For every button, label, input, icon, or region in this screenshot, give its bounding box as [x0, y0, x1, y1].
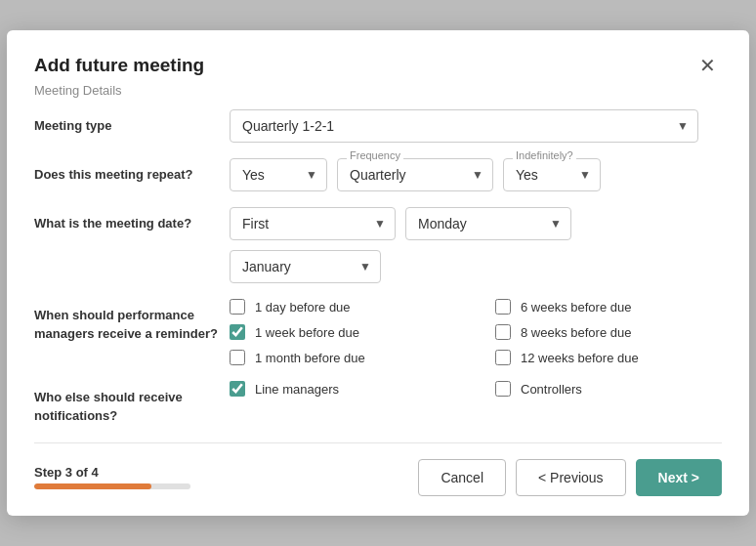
reminder-1week-checkbox[interactable]	[230, 324, 245, 340]
notification-line-managers-checkbox[interactable]	[230, 381, 245, 397]
footer-buttons: Cancel < Previous Next >	[418, 459, 722, 496]
notifications-grid: Line managers Controllers	[230, 381, 722, 397]
meeting-type-select[interactable]: Quarterly 1-2-1 Annual Review Monthly Ch…	[230, 109, 698, 143]
reminder-1week: 1 week before due	[230, 324, 456, 340]
reminder-6weeks-label: 6 weeks before due	[521, 300, 631, 315]
repeat-yesno-wrapper: Yes No ▼	[230, 158, 327, 191]
repeat-label: Does this meeting repeat?	[34, 158, 230, 186]
indefinitely-field-label: Indefinitely?	[513, 149, 576, 161]
reminder-1day-checkbox[interactable]	[230, 299, 245, 315]
reminder-8weeks: 8 weeks before due	[495, 324, 722, 340]
step-total: 4	[92, 465, 99, 480]
reminder-8weeks-checkbox[interactable]	[495, 324, 511, 340]
reminder-1month: 1 month before due	[230, 350, 456, 365]
reminder-1day-label: 1 day before due	[255, 300, 351, 315]
reminder-1week-label: 1 week before due	[255, 325, 359, 340]
reminder-12weeks: 12 weeks before due	[495, 350, 722, 365]
indefinitely-select[interactable]: Yes No	[503, 158, 601, 191]
modal-footer: Step 3 of 4 Cancel < Previous Next >	[34, 459, 722, 496]
day-wrapper: Monday Tuesday Wednesday Thursday Friday…	[405, 207, 571, 240]
modal-title: Add future meeting	[34, 55, 204, 76]
notification-controllers-label: Controllers	[521, 382, 582, 397]
step-current: 3	[65, 465, 72, 480]
day-select[interactable]: Monday Tuesday Wednesday Thursday Friday	[405, 207, 571, 240]
reminders-controls: 1 day before due 6 weeks before due 1 we…	[230, 299, 722, 365]
notification-controllers: Controllers	[495, 381, 722, 397]
reminder-6weeks: 6 weeks before due	[495, 299, 722, 315]
reminders-label: When should performance managers receive…	[34, 299, 230, 344]
cancel-button[interactable]: Cancel	[418, 459, 506, 496]
repeat-row: Does this meeting repeat? Yes No ▼ Frequ…	[34, 158, 722, 191]
notifications-row: Who else should receive notifications? L…	[34, 381, 722, 426]
reminder-12weeks-label: 12 weeks before due	[521, 351, 639, 365]
meeting-type-controls: Quarterly 1-2-1 Annual Review Monthly Ch…	[230, 109, 722, 143]
close-button[interactable]: ✕	[693, 54, 722, 77]
frequency-field-label: Frequency	[347, 149, 403, 161]
progress-bar-container	[34, 483, 190, 489]
modal-overlay: Add future meeting ✕ Meeting Details Mee…	[0, 0, 756, 546]
next-button[interactable]: Next >	[636, 459, 722, 496]
ordinal-select[interactable]: First Second Third Fourth Last	[230, 207, 396, 240]
step-info-container: Step 3 of 4	[34, 465, 190, 489]
meeting-date-controls: First Second Third Fourth Last ▼ Monday …	[230, 207, 722, 283]
meeting-date-row: What is the meeting date? First Second T…	[34, 207, 722, 283]
reminder-1day: 1 day before due	[230, 299, 456, 315]
meeting-type-row: Meeting type Quarterly 1-2-1 Annual Revi…	[34, 109, 722, 143]
step-of: of	[76, 465, 88, 480]
reminders-row: When should performance managers receive…	[34, 299, 722, 365]
month-select[interactable]: January February March April May June Ju…	[230, 250, 381, 283]
ordinal-wrapper: First Second Third Fourth Last ▼	[230, 207, 396, 240]
step-info: Step 3 of 4	[34, 465, 190, 480]
notifications-label: Who else should receive notifications?	[34, 381, 230, 426]
reminder-1month-checkbox[interactable]	[230, 350, 245, 365]
reminder-12weeks-checkbox[interactable]	[495, 350, 511, 365]
notification-line-managers: Line managers	[230, 381, 456, 397]
reminder-8weeks-label: 8 weeks before due	[521, 325, 631, 340]
indefinitely-wrapper: Indefinitely? Yes No ▼	[503, 158, 601, 191]
frequency-wrapper: Frequency Weekly Monthly Quarterly Annua…	[337, 158, 493, 191]
repeat-yesno-select[interactable]: Yes No	[230, 158, 327, 191]
notification-controllers-checkbox[interactable]	[495, 381, 511, 397]
progress-bar-fill	[34, 483, 151, 489]
modal-header: Add future meeting ✕	[34, 54, 722, 77]
month-wrapper: January February March April May June Ju…	[230, 250, 381, 283]
frequency-select[interactable]: Weekly Monthly Quarterly Annually	[337, 158, 493, 191]
meeting-date-label: What is the meeting date?	[34, 207, 230, 234]
notification-line-managers-label: Line managers	[255, 382, 339, 397]
previous-button[interactable]: < Previous	[516, 459, 626, 496]
reminder-1month-label: 1 month before due	[255, 351, 365, 365]
reminder-6weeks-checkbox[interactable]	[495, 299, 511, 315]
reminders-grid: 1 day before due 6 weeks before due 1 we…	[230, 299, 722, 365]
repeat-controls: Yes No ▼ Frequency Weekly Monthly Quarte…	[230, 158, 722, 191]
step-label: Step	[34, 465, 62, 480]
modal-dialog: Add future meeting ✕ Meeting Details Mee…	[7, 30, 749, 515]
footer-divider	[34, 442, 722, 443]
meeting-type-select-wrapper: Quarterly 1-2-1 Annual Review Monthly Ch…	[230, 109, 698, 143]
section-label: Meeting Details	[34, 83, 722, 98]
meeting-type-label: Meeting type	[34, 109, 230, 137]
notifications-controls: Line managers Controllers	[230, 381, 722, 397]
